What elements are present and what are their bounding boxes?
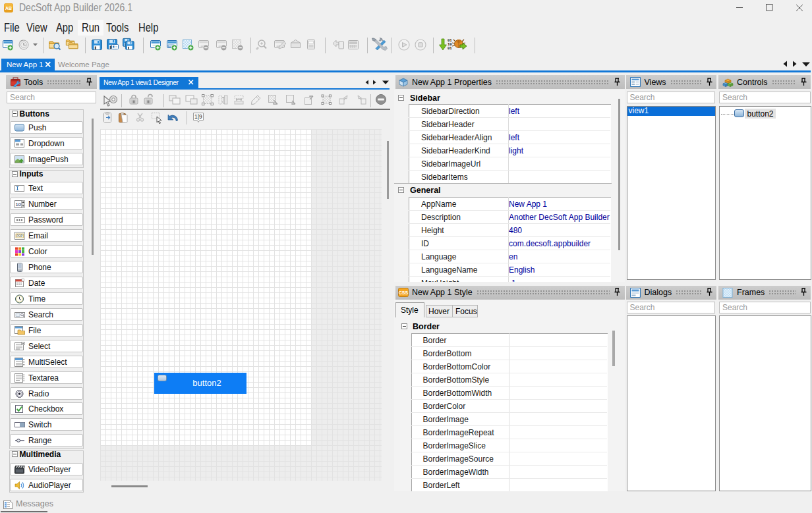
svg-text:AB: AB (5, 6, 12, 11)
svg-text:10: 10 (16, 202, 21, 207)
svg-text:01: 01 (448, 46, 452, 51)
svg-text:1|9: 1|9 (194, 113, 202, 120)
svg-text:POP: POP (16, 234, 23, 237)
svg-text:CSS: CSS (399, 290, 409, 295)
